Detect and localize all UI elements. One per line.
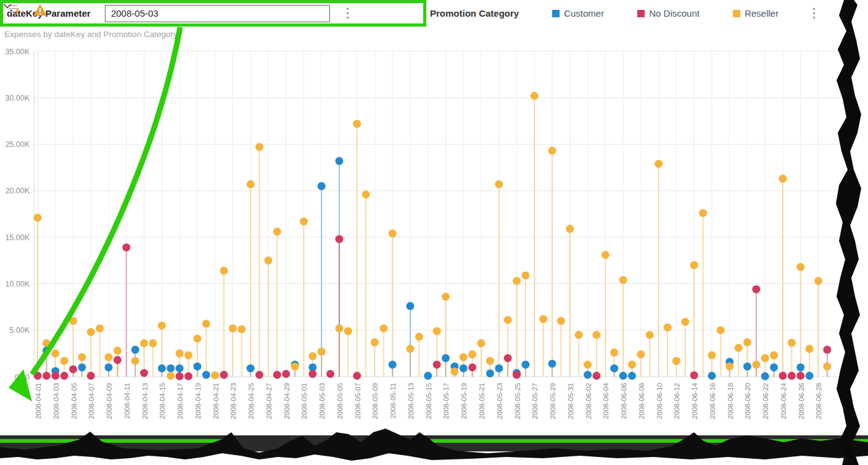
- legend: Promotion Category Customer No Discount …: [430, 0, 815, 27]
- data-point: [708, 351, 716, 359]
- svg-text:15.00K: 15.00K: [5, 233, 30, 242]
- data-point: [779, 372, 787, 380]
- legend-title: Promotion Category: [430, 8, 519, 19]
- data-point: [176, 350, 184, 358]
- data-point: [184, 372, 192, 380]
- legend-item-reseller[interactable]: Reseller: [733, 8, 779, 19]
- svg-text:2008-06-16: 2008-06-16: [709, 383, 716, 419]
- data-point: [468, 363, 476, 371]
- svg-text:2008-05-15: 2008-05-15: [425, 383, 432, 419]
- svg-text:2008-05-23: 2008-05-23: [496, 383, 503, 419]
- slicer-more-options-icon[interactable]: [347, 8, 349, 19]
- svg-text:2008-05-29: 2008-05-29: [549, 383, 556, 419]
- svg-text:2008-06-02: 2008-06-02: [585, 383, 592, 419]
- data-point: [273, 371, 281, 379]
- data-point: [735, 344, 743, 352]
- data-point: [601, 251, 610, 259]
- svg-text:2008-05-27: 2008-05-27: [531, 383, 539, 419]
- data-point: [247, 180, 255, 188]
- data-point: [531, 92, 539, 100]
- data-point: [43, 372, 51, 380]
- legend-item-customer[interactable]: Customer: [552, 8, 604, 19]
- data-point: [539, 315, 547, 323]
- data-point: [282, 370, 290, 378]
- data-point: [584, 371, 592, 379]
- data-point: [743, 338, 751, 346]
- data-point: [708, 372, 716, 380]
- data-point: [477, 339, 486, 347]
- data-point: [353, 372, 361, 380]
- data-point: [717, 326, 725, 334]
- data-point: [353, 120, 361, 128]
- customer-swatch-icon: [552, 10, 560, 17]
- svg-text:2008-04-21: 2008-04-21: [212, 383, 220, 419]
- warning-triangle-icon[interactable]: [33, 3, 48, 17]
- data-point: [184, 351, 192, 359]
- data-point: [655, 160, 663, 168]
- reseller-swatch-icon: [733, 10, 740, 17]
- data-point: [69, 365, 77, 373]
- data-point: [788, 339, 796, 347]
- data-point: [557, 317, 565, 325]
- data-point: [592, 331, 600, 339]
- data-point: [220, 371, 228, 379]
- data-point: [43, 339, 51, 347]
- data-point: [379, 324, 387, 332]
- svg-text:2008-04-19: 2008-04-19: [194, 383, 202, 419]
- chart-more-options-icon[interactable]: [813, 8, 815, 19]
- data-point: [796, 363, 804, 371]
- data-point: [521, 361, 529, 369]
- data-point: [131, 357, 139, 365]
- data-point: [34, 214, 42, 222]
- data-point: [796, 372, 804, 380]
- data-point: [796, 263, 804, 271]
- svg-text:2008-04-25: 2008-04-25: [247, 383, 255, 419]
- svg-text:2008-05-21: 2008-05-21: [478, 383, 486, 419]
- datekey-dropdown[interactable]: 2008-05-03: [105, 5, 330, 22]
- data-point: [220, 267, 228, 275]
- data-point: [335, 235, 343, 243]
- data-point: [548, 359, 556, 367]
- svg-text:2008-04-01: 2008-04-01: [35, 383, 42, 419]
- data-point: [584, 361, 592, 369]
- data-point: [513, 371, 521, 379]
- data-point: [699, 209, 707, 217]
- svg-text:2008-05-25: 2008-05-25: [514, 383, 521, 419]
- data-point: [672, 357, 680, 365]
- data-point: [450, 367, 458, 375]
- svg-text:2008-04-09: 2008-04-09: [105, 383, 113, 419]
- data-point: [371, 338, 379, 346]
- legend-item-no-discount[interactable]: No Discount: [637, 8, 700, 19]
- data-point: [619, 372, 627, 380]
- data-point: [51, 372, 59, 380]
- data-point: [433, 327, 441, 335]
- dropdown-value: 2008-05-03: [111, 8, 159, 19]
- svg-text:2008-04-17: 2008-04-17: [176, 383, 184, 419]
- svg-text:5.00K: 5.00K: [9, 326, 30, 335]
- data-point: [193, 335, 201, 343]
- data-point: [761, 372, 769, 380]
- svg-text:2008-04-07: 2008-04-07: [88, 383, 95, 419]
- data-point: [806, 345, 814, 353]
- data-point: [308, 352, 316, 360]
- data-point: [513, 277, 521, 285]
- data-point: [619, 276, 627, 284]
- no-discount-swatch-icon: [637, 10, 645, 17]
- svg-text:2008-06-06: 2008-06-06: [620, 383, 627, 419]
- svg-text:2008-04-05: 2008-04-05: [70, 383, 78, 419]
- data-point: [486, 357, 494, 365]
- data-point: [389, 230, 397, 238]
- svg-text:2008-04-27: 2008-04-27: [265, 383, 273, 419]
- data-point: [823, 346, 831, 354]
- data-point: [114, 356, 122, 364]
- data-point: [806, 372, 814, 380]
- svg-text:2008-04-03: 2008-04-03: [52, 383, 60, 419]
- data-point: [592, 372, 600, 380]
- x-axis-labels: 2008-04-012008-04-032008-04-052008-04-07…: [35, 382, 822, 419]
- svg-text:2008-05-17: 2008-05-17: [442, 383, 450, 419]
- data-point: [442, 293, 450, 301]
- lollipop-chart[interactable]: 0.005.00K10.00K15.00K20.00K25.00K30.00K3…: [0, 0, 868, 465]
- data-point: [495, 180, 503, 188]
- data-point: [575, 331, 583, 339]
- data-point: [202, 371, 210, 379]
